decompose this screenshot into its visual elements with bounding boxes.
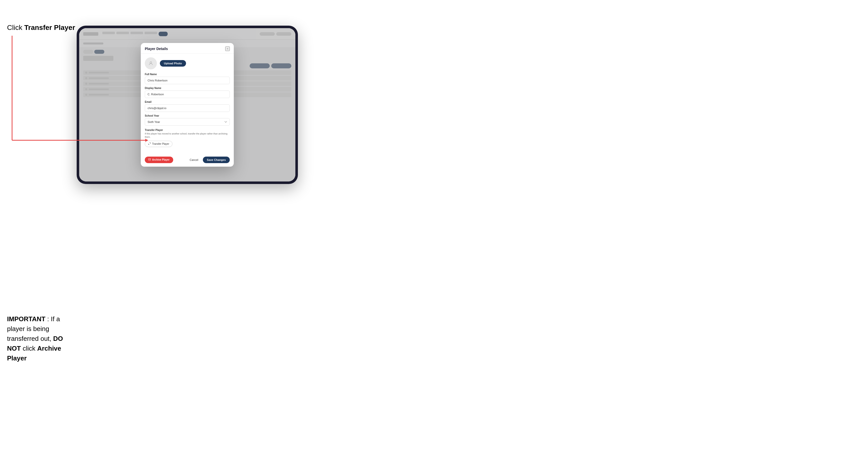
photo-section: Upload Photo: [145, 57, 230, 69]
modal-footer: Archive Player Cancel Save Changes: [141, 154, 234, 167]
display-name-label: Display Name: [145, 87, 230, 90]
svg-point-3: [150, 62, 152, 64]
tablet-screen: Player Details ×: [79, 28, 296, 182]
modal-close-button[interactable]: ×: [225, 46, 230, 51]
school-year-label: School Year: [145, 114, 230, 117]
modal-body: Upload Photo Full Name Display Name: [141, 54, 234, 154]
transfer-icon: [148, 142, 151, 146]
school-year-select[interactable]: First Year Second Year Third Year Fourth…: [145, 118, 230, 126]
svg-rect-4: [148, 159, 151, 159]
modal-title: Player Details: [145, 47, 168, 51]
upload-photo-button[interactable]: Upload Photo: [160, 60, 186, 67]
cancel-button[interactable]: Cancel: [187, 157, 201, 163]
school-year-group: School Year First Year Second Year Third…: [145, 114, 230, 126]
tablet-device: Player Details ×: [77, 26, 298, 184]
email-input[interactable]: [145, 104, 230, 112]
instruction-area: Click Transfer Player: [7, 23, 78, 37]
transfer-section: Transfer Player If this player has moved…: [145, 129, 230, 147]
modal-dialog: Player Details ×: [141, 43, 234, 166]
email-group: Email: [145, 100, 230, 112]
transfer-player-btn-label: Transfer Player: [152, 143, 169, 145]
archive-player-button[interactable]: Archive Player: [145, 157, 173, 163]
modal-header: Player Details ×: [141, 43, 234, 54]
full-name-input[interactable]: [145, 77, 230, 84]
archive-player-btn-label: Archive Player: [152, 158, 170, 161]
transfer-section-title: Transfer Player: [145, 129, 230, 131]
display-name-input[interactable]: [145, 91, 230, 98]
archive-icon: [148, 158, 151, 161]
full-name-label: Full Name: [145, 73, 230, 76]
email-label: Email: [145, 100, 230, 103]
transfer-section-desc: If this player has moved to another scho…: [145, 132, 230, 138]
save-changes-button[interactable]: Save Changes: [203, 157, 230, 163]
instruction-click-text: Click Transfer Player: [7, 23, 78, 32]
modal-overlay: Player Details ×: [79, 28, 296, 182]
full-name-group: Full Name: [145, 73, 230, 84]
transfer-player-button[interactable]: Transfer Player: [145, 141, 173, 147]
avatar-placeholder: [145, 57, 157, 69]
display-name-group: Display Name: [145, 87, 230, 98]
important-note: IMPORTANT : If a player is being transfe…: [7, 314, 78, 363]
